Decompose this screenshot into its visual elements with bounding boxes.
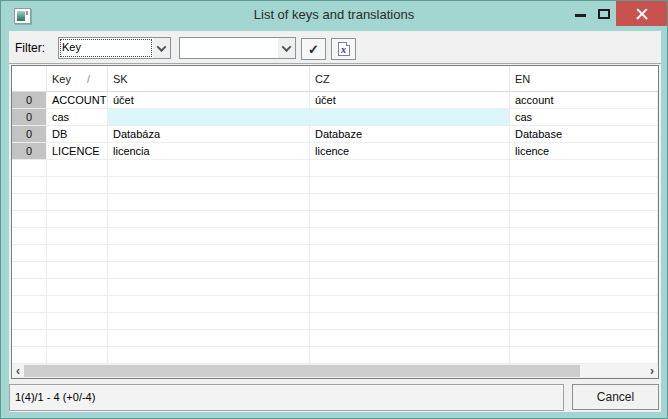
empty-row [12,194,658,211]
maximize-button[interactable] [592,1,616,27]
filter-field-value: Key [59,38,153,58]
client-area: Filter: Key ✓ x Key / SK [9,31,661,412]
minimize-button[interactable] [568,1,592,27]
cell-sk-missing-translation[interactable] [108,109,310,126]
cell-cz[interactable]: účet [310,92,510,109]
cell-sk[interactable]: Databáza [108,126,310,143]
maximize-icon [598,9,610,19]
cell-en[interactable]: cas [510,109,658,126]
cell-sk[interactable]: licencia [108,143,310,160]
cell-cz[interactable]: Databaze [310,126,510,143]
grid-header: Key / SK CZ EN [12,66,658,92]
check-icon: ✓ [308,42,319,57]
empty-row [12,160,658,177]
excel-icon: x [338,42,350,56]
dialog-window: List of keys and translations Filter: Ke… [0,0,668,419]
apply-filter-button[interactable]: ✓ [301,38,326,60]
empty-row [12,279,658,296]
cell-key[interactable]: cas [47,109,108,126]
record-count-status: 1(4)/1 - 4 (+0/-4) [9,384,564,411]
window-controls [568,1,667,27]
cell-en[interactable]: licence [510,143,658,160]
empty-row [12,228,658,245]
export-excel-button[interactable]: x [331,38,356,60]
cancel-button[interactable]: Cancel [572,384,659,410]
filter-toolbar: Filter: Key ✓ x [9,31,661,64]
column-header-key[interactable]: Key / [47,66,108,91]
scroll-left-button[interactable]: ‹ [12,365,24,378]
scroll-right-button[interactable]: › [646,365,658,378]
table-row[interactable]: 0 cas cas [12,109,658,126]
filter-value-dropdown-button[interactable] [278,38,295,58]
filter-field-dropdown-button[interactable] [153,38,170,58]
table-row[interactable]: 0 LICENCE licencia licence licence [12,143,658,160]
cell-en[interactable]: Database [510,126,658,143]
empty-row [12,262,658,279]
cell-key[interactable]: LICENCE [47,143,108,160]
scrollbar-thumb[interactable] [24,365,580,377]
cell-en[interactable]: account [510,92,658,109]
filter-value-input[interactable] [180,38,278,58]
cell-cz[interactable]: licence [310,143,510,160]
minimize-icon [575,14,586,17]
empty-row [12,296,658,313]
cell-sk[interactable]: účet [108,92,310,109]
filter-field-select[interactable]: Key [58,37,171,59]
cell-cz-missing-translation[interactable] [310,109,510,126]
row-state-cell[interactable]: 0 [12,143,47,160]
chevron-down-icon [157,42,167,52]
horizontal-scrollbar[interactable]: ‹ › [12,364,658,378]
column-header-sk[interactable]: SK [108,66,310,91]
cell-key[interactable]: DB [47,126,108,143]
row-state-cell[interactable]: 0 [12,126,47,143]
column-header-en[interactable]: EN [510,66,658,91]
empty-row [12,313,658,330]
filter-value-combobox[interactable] [179,37,296,59]
empty-row [12,177,658,194]
titlebar: List of keys and translations [1,1,667,31]
close-icon [636,8,648,20]
empty-row [12,347,658,364]
cell-key[interactable]: ACCOUNT [47,92,108,109]
table-row[interactable]: 0 DB Databáza Databaze Database [12,126,658,143]
empty-row [12,245,658,262]
chevron-down-icon [282,42,292,52]
empty-row [12,330,658,347]
row-state-cell[interactable]: 0 [12,109,47,126]
sort-ascending-icon: / [87,73,90,85]
column-header-selector [12,66,47,91]
close-button[interactable] [616,1,667,26]
grid-body: 0 ACCOUNT účet účet account 0 cas cas 0 … [12,92,658,364]
column-header-cz[interactable]: CZ [310,66,510,91]
table-row[interactable]: 0 ACCOUNT účet účet account [12,92,658,109]
empty-row [12,211,658,228]
filter-label: Filter: [15,41,45,55]
row-state-cell[interactable]: 0 [12,92,47,109]
translations-grid: Key / SK CZ EN 0 ACCOUNT účet účet accou… [11,65,659,379]
